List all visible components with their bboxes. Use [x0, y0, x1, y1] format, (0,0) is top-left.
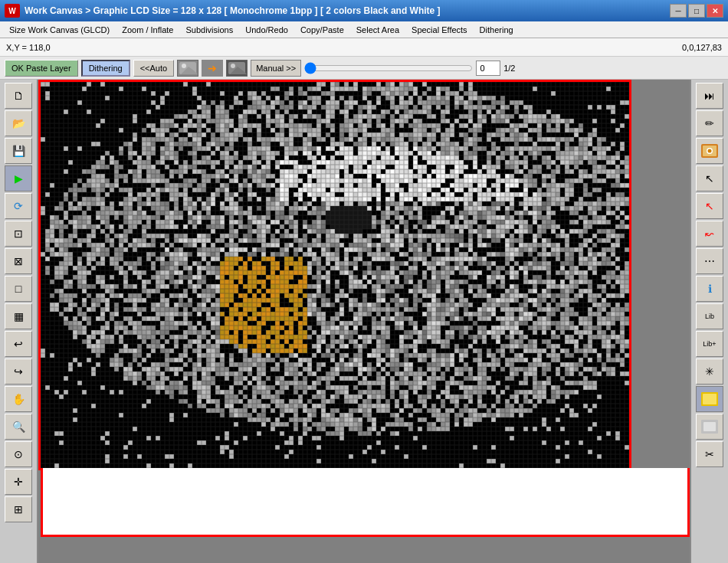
dither-slider[interactable]: [304, 62, 473, 74]
canvas-area[interactable]: [38, 80, 690, 563]
tool-redo[interactable]: ↪: [5, 358, 32, 385]
xy-coords: X,Y = 118,0: [6, 43, 51, 52]
tool-star-dots[interactable]: ✳: [696, 358, 723, 385]
tool-play[interactable]: ▶: [5, 165, 32, 191]
minimize-button[interactable]: ─: [670, 4, 687, 18]
title-bar: W Work Canvas > Graphic LCD Size = 128 x…: [0, 0, 728, 21]
title-bar-text: Work Canvas > Graphic LCD Size = 128 x 1…: [25, 5, 441, 16]
menu-zoom-inflate[interactable]: Zoom / Inflate: [116, 24, 179, 36]
tool-skip-fwd[interactable]: ⏭: [696, 83, 723, 109]
manual-button[interactable]: Manual >>: [251, 60, 301, 77]
tool-photo[interactable]: [696, 138, 723, 164]
tool-cross[interactable]: ✛: [5, 469, 32, 495]
menu-bar: Size Work Canvas (GLCD) Zoom / Inflate S…: [0, 21, 728, 38]
menu-undo-redo[interactable]: Undo/Redo: [239, 24, 294, 36]
tool-cut-area[interactable]: ⊡: [5, 221, 32, 247]
tool-pan[interactable]: ✋: [5, 386, 32, 412]
menu-dithering[interactable]: Dithering: [474, 24, 520, 36]
tool-save[interactable]: 💾: [5, 138, 32, 164]
tool-zoom[interactable]: 🔍: [5, 414, 32, 440]
tool-info[interactable]: ℹ: [696, 276, 723, 302]
dither-spinner[interactable]: [476, 61, 500, 76]
title-bar-left: W Work Canvas > Graphic LCD Size = 128 x…: [5, 4, 441, 18]
tool-canvas-active[interactable]: [696, 386, 723, 412]
svg-rect-13: [703, 394, 717, 404]
tool-scissors[interactable]: ✂: [696, 441, 723, 467]
tool-move-cursor[interactable]: ↜: [696, 221, 723, 247]
ok-paste-layer-button[interactable]: OK Paste Layer: [5, 60, 78, 77]
canvas-container: [38, 80, 631, 470]
dithering-button[interactable]: Dithering: [81, 60, 130, 77]
close-button[interactable]: ✕: [707, 4, 723, 18]
svg-point-2: [182, 64, 186, 68]
tool-grid[interactable]: ▦: [5, 303, 32, 329]
fraction-label: 1/2: [503, 64, 515, 73]
tool-open[interactable]: 📂: [5, 110, 32, 136]
slider-container: 1/2: [304, 61, 723, 76]
dither-toolbar: OK Paste Layer Dithering <<Auto ➔ Manual…: [0, 57, 728, 80]
coords-right: 0,0,127,83: [682, 43, 722, 52]
arrow-icon: ➔: [202, 60, 223, 77]
tool-library-add[interactable]: Lib+: [696, 331, 723, 357]
maximize-button[interactable]: □: [688, 4, 705, 18]
svg-point-6: [231, 64, 235, 68]
svg-rect-15: [703, 422, 716, 431]
tool-cursor[interactable]: ↖: [696, 165, 723, 191]
title-bar-controls: ─ □ ✕: [670, 4, 723, 18]
pixel-canvas[interactable]: [41, 82, 629, 468]
main-area: 🗋 📂 💾 ▶ ⟳ ⊡ ⊠ □ ▦ ↩ ↪ ✋ 🔍 ⊙ ✛ ⊞ ⏭ ✏ ↖ ↖ …: [0, 80, 728, 563]
tool-select-cursor[interactable]: ↖: [696, 193, 723, 219]
menu-select-area[interactable]: Select Area: [350, 24, 405, 36]
tool-canvas2[interactable]: [696, 414, 723, 440]
menu-subdivisions[interactable]: Subdivisions: [179, 24, 239, 36]
tool-dots[interactable]: ⋯: [696, 248, 723, 274]
menu-copy-paste[interactable]: Copy/Paste: [294, 24, 350, 36]
svg-point-11: [708, 149, 712, 153]
tool-grid2[interactable]: ⊞: [5, 496, 32, 522]
dest-image-thumb: [226, 60, 248, 77]
tool-refresh[interactable]: ⟳: [5, 193, 32, 219]
menu-size-work-canvas[interactable]: Size Work Canvas (GLCD): [3, 24, 116, 36]
tool-crop[interactable]: ⊠: [5, 248, 32, 274]
bottom-white-area: [41, 468, 690, 537]
right-toolbar: ⏭ ✏ ↖ ↖ ↜ ⋯ ℹ Lib Lib+ ✳ ✂: [690, 80, 728, 563]
app-icon: W: [5, 4, 20, 18]
tool-new[interactable]: 🗋: [5, 83, 32, 109]
auto-button[interactable]: <<Auto: [133, 60, 174, 77]
tool-rect[interactable]: □: [5, 276, 32, 302]
coords-bar: X,Y = 118,0 0,0,127,83: [0, 38, 728, 57]
tool-lasso[interactable]: ⊙: [5, 441, 32, 467]
tool-library[interactable]: Lib: [696, 303, 723, 329]
source-image-thumb: [177, 60, 198, 77]
menu-special-effects[interactable]: Special Effects: [405, 24, 474, 36]
tool-pencil[interactable]: ✏: [696, 110, 723, 136]
left-toolbar: 🗋 📂 💾 ▶ ⟳ ⊡ ⊠ □ ▦ ↩ ↪ ✋ 🔍 ⊙ ✛ ⊞: [0, 80, 38, 563]
tool-undo[interactable]: ↩: [5, 331, 32, 357]
